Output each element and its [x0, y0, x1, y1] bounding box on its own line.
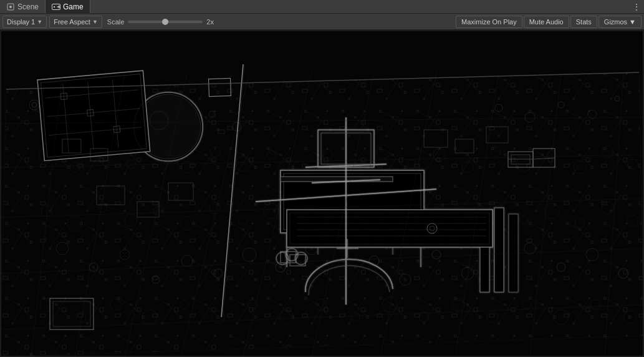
scale-slider[interactable] — [128, 21, 203, 23]
mute-audio-label: Mute Audio — [529, 18, 564, 26]
maximize-on-play-button[interactable]: Maximize On Play — [456, 16, 522, 28]
scale-label: Scale — [107, 18, 125, 26]
svg-rect-147 — [281, 177, 393, 182]
svg-point-1 — [9, 6, 12, 8]
stats-button[interactable]: Stats — [570, 16, 597, 28]
display-dropdown[interactable]: Display 1 ▼ — [2, 16, 47, 28]
scale-slider-thumb — [162, 19, 168, 25]
stats-label: Stats — [576, 18, 592, 26]
svg-point-153 — [427, 223, 437, 233]
toolbar: Display 1 ▼ Free Aspect ▼ Scale 2x Maxim… — [0, 14, 644, 30]
scale-container: Scale 2x — [107, 18, 214, 26]
aspect-dropdown[interactable]: Free Aspect ▼ — [49, 16, 102, 28]
tab-bar: Scene Game ⋮ — [0, 0, 644, 14]
aspect-label: Free Aspect — [54, 18, 90, 26]
toolbar-right: Maximize On Play Mute Audio Stats Gizmos… — [456, 16, 642, 28]
maximize-on-play-label: Maximize On Play — [461, 18, 517, 26]
mute-audio-button[interactable]: Mute Audio — [524, 16, 569, 28]
svg-rect-150 — [509, 214, 518, 292]
tab-more-button[interactable]: ⋮ — [633, 2, 644, 11]
tab-scene-label: Scene — [17, 2, 39, 11]
game-canvas-svg — [0, 30, 644, 357]
scene-icon — [6, 2, 15, 11]
svg-rect-5 — [59, 5, 59, 8]
svg-rect-152 — [290, 213, 489, 244]
svg-point-3 — [54, 6, 55, 7]
gizmos-dropdown[interactable]: Gizmos ▼ — [598, 16, 642, 28]
game-background — [0, 30, 644, 357]
tab-scene[interactable]: Scene — [0, 0, 46, 13]
display-chevron: ▼ — [37, 19, 42, 25]
scale-value: 2x — [206, 18, 214, 26]
display-label: Display 1 — [7, 18, 35, 26]
tab-game-label: Game — [63, 2, 84, 11]
gizmos-chevron: ▼ — [629, 18, 636, 26]
game-icon — [52, 2, 60, 11]
game-view — [0, 30, 644, 357]
gizmos-label: Gizmos — [604, 18, 627, 26]
tab-game[interactable]: Game — [46, 0, 90, 13]
aspect-chevron: ▼ — [92, 19, 98, 25]
svg-rect-149 — [494, 208, 504, 292]
